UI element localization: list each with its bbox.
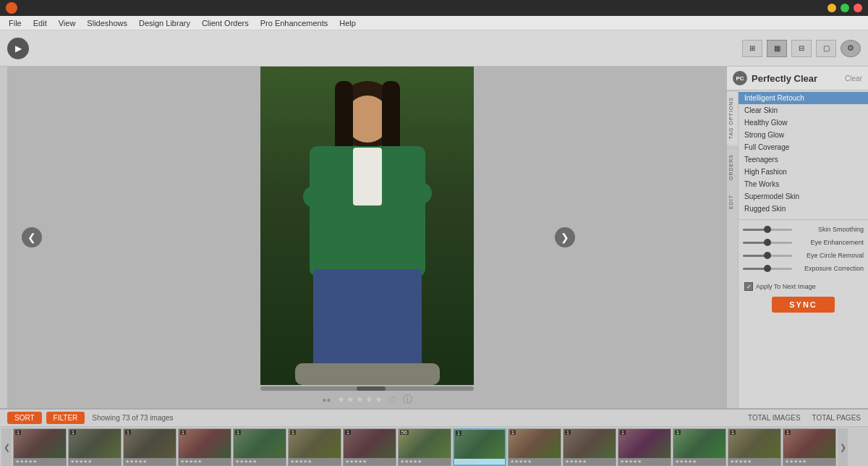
thumb-nav-left[interactable]: ❮ — [1, 428, 12, 466]
thumbnail-12[interactable]: 1 ★★★★★ — [618, 428, 671, 466]
total-info: TOTAL IMAGES TOTAL PAGES — [742, 414, 861, 422]
filter-button[interactable]: FILTER — [46, 412, 85, 424]
star-4[interactable]: ★ — [365, 394, 373, 404]
thumbnail-15[interactable]: 1 ★★★★★ — [783, 428, 836, 466]
showing-text: Showing 73 of 73 images — [92, 414, 173, 422]
slider-eye-enhancement-track[interactable] — [743, 242, 792, 244]
app-logo — [6, 2, 17, 14]
thumbnail-6[interactable]: 1 ★★★★★ — [288, 428, 341, 466]
settings-button[interactable]: ⚙ — [841, 40, 861, 57]
panel-main-content: Intelligent Retouch Clear Skin Healthy G… — [739, 90, 868, 408]
thumbnail-10[interactable]: 1 ★★★★★ — [508, 428, 561, 466]
thumbnail-4[interactable]: 1 ★★★★★ — [178, 428, 231, 466]
prev-photo-button[interactable]: ❮ — [22, 227, 42, 247]
next-photo-button[interactable]: ❯ — [555, 227, 575, 247]
menu-view[interactable]: View — [53, 16, 82, 30]
tab-orders[interactable]: ORDERS — [727, 148, 738, 186]
preset-strong-glow[interactable]: Strong Glow — [739, 129, 868, 141]
sliders-section: Skin Smoothing Eye Enhancement — [739, 223, 868, 281]
maximize-button[interactable] — [841, 4, 849, 12]
bottom-controls-row: SORT FILTER Showing 73 of 73 images TOTA… — [0, 410, 868, 427]
slider-skin-smoothing-track[interactable] — [743, 229, 792, 231]
preset-clear-skin[interactable]: Clear Skin — [739, 104, 868, 116]
star-3[interactable]: ★ — [356, 394, 364, 404]
view-single-button[interactable]: ▢ — [816, 40, 836, 57]
star-2[interactable]: ★ — [346, 394, 354, 404]
perfectly-clear-panel: ❯ PC Perfectly Clear Clear TAG OPTIONS O… — [727, 67, 868, 408]
tab-tag-options[interactable]: TAG OPTIONS — [727, 90, 738, 145]
photo-area: ❮ ❯ — [7, 67, 727, 408]
view-grid-large-button[interactable]: ⊟ — [791, 40, 812, 57]
sync-button[interactable]: SYNC — [772, 297, 835, 313]
slider-row-skin-smoothing: Skin Smoothing — [743, 226, 864, 233]
toolbar-right: ⊞ ▦ ⊟ ▢ ⚙ — [742, 40, 861, 57]
thumbnail-8[interactable]: 56 ★★★★★ — [398, 428, 451, 466]
photo-bottom-controls: ●● ★ ★ ★ ★ ★ ♡ ⓘ — [260, 391, 474, 408]
preset-full-coverage[interactable]: Full Coverage — [739, 141, 868, 153]
side-tabs-container: TAG OPTIONS ORDERS EDIT — [727, 90, 739, 408]
info-icon[interactable]: ⓘ — [403, 393, 412, 406]
menu-edit[interactable]: Edit — [27, 16, 53, 30]
menu-file[interactable]: File — [3, 16, 27, 30]
toolbar-left: ▶ — [7, 38, 29, 59]
thumbnail-13[interactable]: 1 ★★★★★ — [673, 428, 726, 466]
preset-teenagers[interactable]: Teenagers — [739, 153, 868, 166]
star-5[interactable]: ★ — [375, 394, 383, 404]
menu-help[interactable]: Help — [333, 16, 362, 30]
tab-edit[interactable]: EDIT — [727, 189, 738, 215]
menu-slideshows[interactable]: Slideshows — [81, 16, 133, 30]
preset-intelligent-retouch[interactable]: Intelligent Retouch — [739, 92, 868, 104]
preset-high-fashion[interactable]: High Fashion — [739, 166, 868, 178]
thumbnails-strip: ❮ 1 ★★★★★ 1 ★★★★★ 1 ★★★★★ 1 ★★★★★ 1 — [0, 427, 868, 466]
thumbnail-14[interactable]: 1 ★★★★★ — [728, 428, 781, 466]
slider-exposure-correction-track[interactable] — [743, 268, 792, 270]
star-rating[interactable]: ★ ★ ★ ★ ★ — [337, 394, 383, 404]
play-button[interactable]: ▶ — [7, 38, 29, 59]
close-button[interactable] — [854, 4, 862, 12]
thumbnail-1[interactable]: 1 ★★★★★ — [13, 428, 67, 466]
view-grid-medium-button[interactable]: ▦ — [767, 40, 787, 57]
title-bar — [0, 0, 868, 16]
slider-row-exposure-correction: Exposure Correction — [743, 265, 864, 272]
slider-eye-circle-removal-label: Eye Circle Removal — [795, 252, 864, 259]
slider-exposure-correction-label: Exposure Correction — [795, 265, 864, 272]
apply-next-label: Apply To Next Image — [756, 283, 816, 290]
minimize-button[interactable] — [827, 4, 836, 12]
preset-supermodel-skin[interactable]: Supermodel Skin — [739, 190, 868, 203]
thumbnail-7[interactable]: 1 ★★★★★ — [343, 428, 396, 466]
panel-title: Perfectly Clear — [752, 73, 817, 84]
left-panel — [0, 67, 7, 408]
menu-client-orders[interactable]: Client Orders — [196, 16, 255, 30]
thumbnail-9[interactable]: 1 ★★★★★ — [453, 428, 506, 466]
main-area: ❮ ❯ — [0, 67, 868, 408]
slider-row-eye-circle-removal: Eye Circle Removal — [743, 252, 864, 259]
toolbar: ▶ ⊞ ▦ ⊟ ▢ ⚙ — [0, 30, 868, 67]
slider-eye-circle-removal-track[interactable] — [743, 255, 792, 257]
thumbnail-5[interactable]: 1 ★★★★★ — [233, 428, 286, 466]
sort-button[interactable]: SORT — [7, 412, 42, 424]
pc-logo-icon: PC — [733, 71, 747, 85]
thumb-nav-right[interactable]: ❯ — [838, 428, 848, 466]
thumbnail-2[interactable]: 1 ★★★★★ — [68, 428, 122, 466]
menu-pro-enhancements[interactable]: Pro Enhancements — [255, 16, 334, 30]
slider-eye-enhancement-label: Eye Enhancement — [795, 239, 864, 246]
slider-skin-smoothing-label: Skin Smoothing — [795, 226, 864, 233]
total-images-label: TOTAL IMAGES — [748, 414, 801, 422]
total-pages-label: TOTAL PAGES — [812, 414, 861, 422]
menu-design-library[interactable]: Design Library — [133, 16, 196, 30]
preset-rugged-skin[interactable]: Rugged Skin — [739, 203, 868, 215]
star-1[interactable]: ★ — [337, 394, 345, 404]
apply-next-checkbox[interactable]: ✓ — [744, 282, 753, 291]
photo-scroll-bar[interactable] — [260, 386, 474, 391]
thumbnail-11[interactable]: 1 ★★★★★ — [563, 428, 616, 466]
heart-icon[interactable]: ♡ — [388, 394, 397, 405]
scroll-indicator: ●● — [322, 396, 331, 404]
bottom-bar: SORT FILTER Showing 73 of 73 images TOTA… — [0, 408, 868, 466]
preset-healthy-glow[interactable]: Healthy Glow — [739, 116, 868, 129]
panel-header: PC Perfectly Clear Clear — [727, 67, 868, 90]
menu-bar: File Edit View Slideshows Design Library… — [0, 16, 868, 30]
preset-the-works[interactable]: The Works — [739, 178, 868, 190]
view-grid-small-button[interactable]: ⊞ — [742, 40, 762, 57]
clear-button[interactable]: Clear — [845, 75, 862, 82]
thumbnail-3[interactable]: 1 ★★★★★ — [123, 428, 176, 466]
